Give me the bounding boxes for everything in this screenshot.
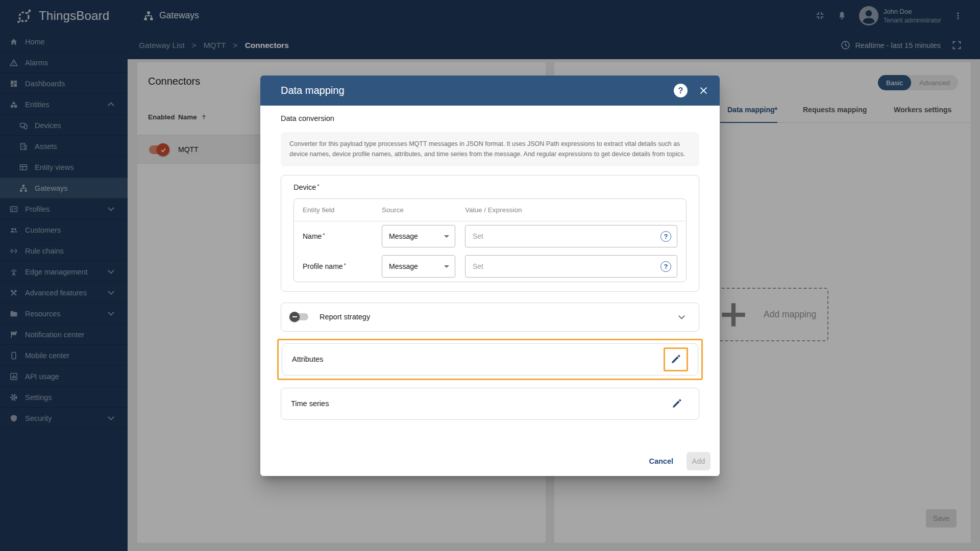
time-series-label: Time series <box>291 399 329 408</box>
column-source: Source <box>382 206 465 214</box>
attributes-label: Attributes <box>292 355 323 363</box>
help-circle-icon[interactable]: ? <box>660 231 671 242</box>
column-value-expression: Value / Expression <box>465 206 677 214</box>
required-marker: * <box>323 232 325 238</box>
device-row-name: Name* Message Set ? <box>294 221 686 252</box>
close-icon[interactable] <box>700 87 707 94</box>
name-expression-input[interactable]: Set ? <box>465 225 677 247</box>
device-table-header: Entity field Source Value / Expression <box>294 199 686 221</box>
required-marker: * <box>344 262 346 268</box>
field-label: Name* <box>303 232 382 240</box>
profile-expression-input[interactable]: Set ? <box>465 255 677 278</box>
pencil-icon <box>672 398 682 409</box>
pencil-icon <box>671 354 681 364</box>
device-row-profile-name: Profile name* Message Set ? <box>294 252 686 282</box>
device-table: Entity field Source Value / Expression N… <box>293 198 687 282</box>
add-button[interactable]: Add <box>687 452 710 470</box>
dialog-header: Data mapping ? <box>260 76 720 106</box>
column-entity-field: Entity field <box>303 206 382 214</box>
required-marker: * <box>317 183 319 189</box>
attributes-section: Attributes <box>282 343 698 375</box>
name-source-select[interactable]: Message <box>382 225 455 247</box>
data-mapping-dialog: Data mapping ? Data conversion Converter… <box>260 76 720 476</box>
report-strategy-toggle[interactable] <box>291 313 308 320</box>
cancel-button[interactable]: Cancel <box>649 457 673 465</box>
attributes-highlight: Attributes <box>277 339 703 380</box>
minus-icon <box>292 316 297 317</box>
data-conversion-heading: Data conversion <box>281 114 699 122</box>
dialog-body: Data conversion Converter for this paylo… <box>260 106 720 446</box>
edit-attributes-button[interactable] <box>664 347 688 371</box>
report-strategy-label: Report strategy <box>320 313 370 321</box>
chevron-down-icon <box>678 313 685 319</box>
help-circle-icon[interactable]: ? <box>660 261 671 272</box>
device-section: Device* Entity field Source Value / Expr… <box>281 175 699 292</box>
field-label: Profile name* <box>303 262 382 270</box>
time-series-section: Time series <box>281 388 699 420</box>
edit-time-series-button[interactable] <box>665 392 689 416</box>
dropdown-arrow-icon <box>444 235 449 238</box>
dialog-footer: Cancel Add <box>260 446 720 476</box>
dropdown-arrow-icon <box>444 265 449 268</box>
device-heading: Device <box>293 183 316 191</box>
profile-source-select[interactable]: Message <box>382 255 455 278</box>
data-conversion-description: Converter for this payload type processe… <box>281 132 699 166</box>
dialog-title: Data mapping <box>281 85 345 96</box>
help-icon[interactable]: ? <box>674 84 688 97</box>
report-strategy-section[interactable]: Report strategy <box>281 303 699 332</box>
